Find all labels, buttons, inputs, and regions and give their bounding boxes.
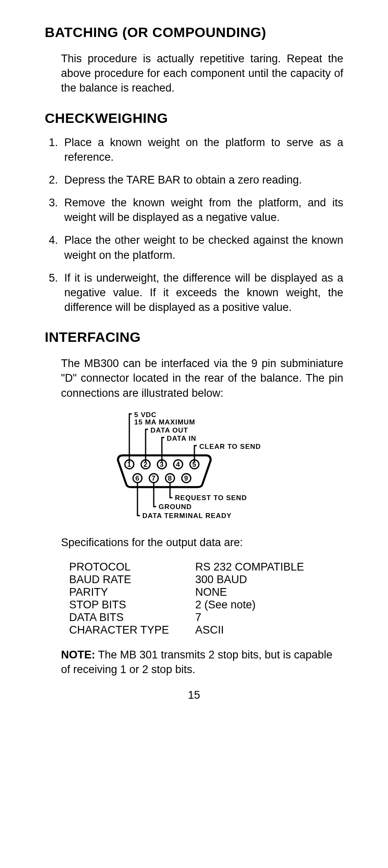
- note: NOTE: The MB 301 transmits 2 stop bits, …: [61, 647, 343, 677]
- svg-text:4: 4: [176, 461, 180, 468]
- pin5-label: CLEAR TO SEND: [199, 443, 261, 450]
- note-body: The MB 301 transmits 2 stop bits, but is…: [61, 649, 332, 676]
- spec-key: PARITY: [69, 586, 195, 599]
- interfacing-intro: The MB300 can be interfaced via the 9 pi…: [61, 356, 343, 400]
- spec-val: 300 BAUD: [195, 573, 247, 586]
- step-5: If it is underweight, the difference wil…: [61, 271, 343, 315]
- svg-text:5: 5: [192, 461, 196, 468]
- spec-key: CHARACTER TYPE: [69, 624, 195, 636]
- svg-text:2: 2: [144, 461, 148, 468]
- pin1-label-line2: 15 MA MAXIMUM: [134, 418, 195, 426]
- spec-key: PROTOCOL: [69, 561, 195, 573]
- spec-key: STOP BITS: [69, 599, 195, 611]
- spec-row: PARITY NONE: [69, 586, 343, 599]
- spec-row: BAUD RATE 300 BAUD: [69, 573, 343, 586]
- pin1-label-line1: 5 VDC: [134, 411, 157, 419]
- section-heading-checkweighing: CHECKWEIGHING: [45, 110, 343, 126]
- pin3-label: DATA IN: [167, 435, 196, 442]
- spec-row: PROTOCOL RS 232 COMPATIBLE: [69, 561, 343, 573]
- svg-text:7: 7: [152, 474, 156, 482]
- spec-row: DATA BITS 7: [69, 611, 343, 624]
- step-2: Depress the TARE BAR to obtain a zero re…: [61, 173, 343, 187]
- pin6-label: DATA TERMINAL READY: [142, 512, 232, 520]
- svg-text:3: 3: [160, 461, 164, 468]
- step-3: Remove the known weight from the platfor…: [61, 195, 343, 225]
- spec-key: DATA BITS: [69, 611, 195, 624]
- pin8-label: REQUEST TO SEND: [175, 494, 247, 502]
- svg-text:9: 9: [184, 474, 188, 482]
- spec-val: NONE: [195, 586, 227, 599]
- spec-val: 7: [195, 611, 201, 624]
- page-number: 15: [45, 689, 343, 702]
- batching-body: This procedure is actually repetitive ta…: [61, 51, 343, 96]
- svg-text:8: 8: [168, 474, 172, 482]
- spec-key: BAUD RATE: [69, 573, 195, 586]
- spec-val: 2 (See note): [195, 599, 256, 611]
- spec-intro: Specifications for the output data are:: [61, 535, 343, 550]
- pin2-label: DATA OUT: [150, 426, 188, 434]
- svg-text:1: 1: [127, 461, 131, 468]
- svg-text:6: 6: [135, 474, 140, 482]
- pin7-label: GROUND: [159, 503, 192, 511]
- section-heading-batching: BATCHING (OR COMPOUNDING): [45, 24, 343, 40]
- spec-row: STOP BITS 2 (See note): [69, 599, 343, 611]
- dsub-connector-diagram: 5 VDC 15 MA MAXIMUM DATA OUT DATA IN CLE…: [110, 411, 343, 523]
- step-1: Place a known weight on the platform to …: [61, 135, 343, 164]
- section-heading-interfacing: INTERFACING: [45, 329, 343, 345]
- checkweighing-steps: Place a known weight on the platform to …: [61, 135, 343, 315]
- spec-row: CHARACTER TYPE ASCII: [69, 624, 343, 636]
- step-4: Place the other weight to be checked aga…: [61, 233, 343, 262]
- spec-table: PROTOCOL RS 232 COMPATIBLE BAUD RATE 300…: [69, 561, 343, 636]
- spec-val: ASCII: [195, 624, 224, 636]
- note-label: NOTE:: [61, 649, 95, 661]
- spec-val: RS 232 COMPATIBLE: [195, 561, 304, 573]
